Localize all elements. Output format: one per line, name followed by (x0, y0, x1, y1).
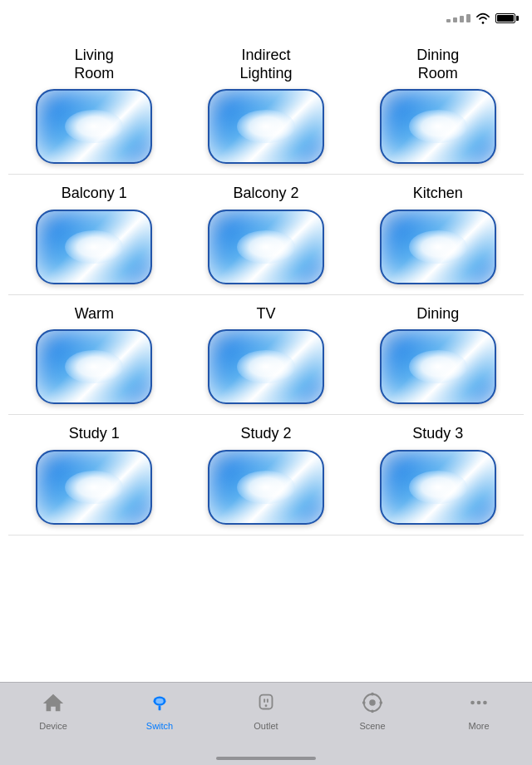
cell-label-study-2: Study 2 (240, 425, 291, 443)
cell-label-tv: TV (257, 305, 276, 323)
grid-row-1: Balcony 1Balcony 2Kitchen (8, 175, 524, 295)
svg-rect-1 (159, 706, 161, 711)
grid-cell-balcony-1: Balcony 1 (8, 185, 180, 284)
grid-cell-warm: Warm (8, 305, 180, 405)
svg-point-11 (362, 701, 366, 704)
light-button-study-1[interactable] (36, 450, 152, 525)
tab-icon-device (42, 691, 65, 718)
svg-rect-5 (267, 698, 268, 703)
svg-point-14 (477, 701, 481, 705)
tab-icon-outlet (254, 691, 278, 718)
svg-point-12 (379, 701, 382, 704)
grid-cell-study-2: Study 2 (180, 425, 352, 525)
signal-icon (446, 14, 470, 22)
cell-label-living-room: LivingRoom (74, 47, 114, 82)
tab-item-more[interactable]: More (426, 691, 532, 731)
light-button-balcony-2[interactable] (208, 210, 324, 284)
home-indicator (216, 757, 316, 760)
tab-label-switch: Switch (146, 721, 173, 731)
wifi-icon (475, 12, 490, 24)
grid-row-2: WarmTVDining (8, 295, 524, 416)
light-button-dining[interactable] (380, 329, 496, 404)
tab-item-device[interactable]: Device (0, 691, 106, 731)
cell-label-dining: Dining (416, 305, 459, 323)
tab-item-outlet[interactable]: Outlet (213, 691, 319, 731)
grid-cell-tv: TV (180, 305, 352, 405)
grid-cell-living-room: LivingRoom (8, 47, 180, 164)
tab-bar: Device Switch Outlet Scene More (0, 682, 532, 765)
grid-row-3: Study 1Study 2Study 3 (8, 415, 524, 536)
svg-rect-4 (264, 698, 265, 703)
light-button-living-room[interactable] (36, 89, 152, 164)
tab-label-scene: Scene (359, 721, 385, 731)
grid-cell-indirect-lighting: IndirectLighting (180, 47, 352, 164)
status-bar (0, 0, 532, 37)
cell-label-kitchen: Kitchen (413, 185, 463, 203)
grid-row-0: LivingRoomIndirectLightingDiningRoom (8, 37, 524, 175)
cell-label-study-1: Study 1 (69, 425, 120, 443)
cell-label-indirect-lighting: IndirectLighting (239, 47, 292, 82)
svg-point-6 (265, 704, 268, 707)
grid-cell-dining: Dining (352, 305, 524, 405)
svg-point-10 (371, 709, 374, 713)
cell-label-balcony-2: Balcony 2 (233, 185, 298, 203)
cell-label-dining-room: DiningRoom (416, 47, 459, 82)
cell-label-balcony-1: Balcony 1 (62, 185, 127, 203)
tab-item-scene[interactable]: Scene (319, 691, 426, 731)
svg-point-9 (371, 693, 374, 696)
svg-point-2 (155, 698, 163, 704)
tab-label-device: Device (39, 721, 67, 731)
tab-icon-more (467, 691, 490, 718)
light-button-tv[interactable] (208, 329, 324, 404)
light-button-dining-room[interactable] (380, 89, 496, 164)
grid-cell-study-1: Study 1 (8, 425, 180, 525)
tab-icon-scene (361, 691, 384, 718)
light-button-study-3[interactable] (380, 450, 496, 525)
status-icons (446, 12, 519, 24)
battery-icon (495, 13, 519, 23)
grid-cell-kitchen: Kitchen (352, 185, 524, 284)
cell-label-study-3: Study 3 (412, 425, 463, 443)
svg-point-13 (470, 701, 475, 705)
svg-point-8 (369, 699, 375, 705)
grid-cell-study-3: Study 3 (352, 425, 524, 525)
light-button-balcony-1[interactable] (36, 210, 152, 284)
light-button-indirect-lighting[interactable] (208, 89, 324, 164)
grid-cell-balcony-2: Balcony 2 (180, 185, 352, 284)
tab-icon-switch (148, 691, 171, 718)
light-button-kitchen[interactable] (380, 210, 496, 284)
cell-label-warm: Warm (75, 305, 114, 323)
tab-label-outlet: Outlet (254, 721, 278, 731)
tab-item-switch[interactable]: Switch (106, 691, 213, 731)
light-button-warm[interactable] (36, 329, 152, 404)
grid-cell-dining-room: DiningRoom (352, 47, 524, 164)
tab-label-more: More (468, 721, 489, 731)
light-grid: LivingRoomIndirectLightingDiningRoomBalc… (0, 37, 532, 536)
svg-point-15 (483, 701, 487, 705)
light-button-study-2[interactable] (208, 450, 324, 525)
